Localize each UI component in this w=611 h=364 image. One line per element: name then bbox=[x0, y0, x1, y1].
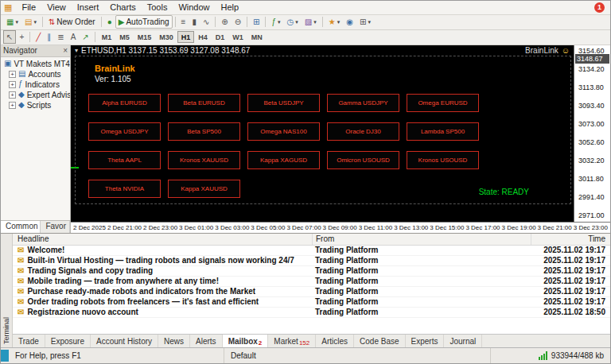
mql-community-button[interactable]: ● bbox=[104, 15, 115, 29]
tile-windows-button[interactable]: ⊞ bbox=[250, 15, 263, 29]
ea-strategy-button[interactable]: Beta SP500 bbox=[168, 122, 240, 141]
ea-strategy-button[interactable]: Theta AAPL bbox=[88, 151, 161, 169]
chevron-down-icon: ▾ bbox=[278, 19, 281, 25]
menu-item[interactable]: Tools bbox=[142, 2, 173, 12]
mail-row[interactable]: ✉ Mobile trading — trade from anywhere a… bbox=[13, 277, 610, 287]
terminal-tab[interactable]: Alerts bbox=[190, 335, 223, 347]
timeframe-button[interactable]: M15 bbox=[134, 31, 156, 43]
timeframe-button[interactable]: M1 bbox=[98, 31, 116, 43]
menu-item[interactable]: File bbox=[16, 2, 41, 12]
tree-item[interactable]: + ƒ Indicators bbox=[1, 79, 70, 90]
zoom-in-button[interactable]: ⊕ bbox=[218, 15, 231, 29]
notifications-button[interactable]: ◉ bbox=[343, 15, 356, 29]
status-profile[interactable]: Default bbox=[224, 348, 491, 363]
expand-plus-icon[interactable]: + bbox=[9, 71, 16, 78]
timeframe-button[interactable]: MN bbox=[247, 31, 267, 43]
ea-strategy-button[interactable]: Lambda SP500 bbox=[407, 122, 479, 141]
terminal-tab-mailbox[interactable]: Mailbox 2 bbox=[223, 335, 269, 347]
ea-strategy-button[interactable]: Omega USDJPY bbox=[88, 122, 161, 141]
channel-tool-button[interactable]: ∥ bbox=[44, 30, 54, 44]
smiley-icon[interactable]: ☺ bbox=[562, 46, 570, 55]
terminal-tab[interactable]: News bbox=[158, 335, 190, 347]
tab-favorites[interactable]: Favor bbox=[41, 221, 70, 233]
column-header-from[interactable]: From bbox=[312, 234, 531, 245]
tree-item[interactable]: + ◆ Scripts bbox=[1, 100, 70, 110]
templates-button[interactable]: ▨ ▾ bbox=[302, 15, 320, 29]
ea-strategy-button[interactable]: Kronos USOUSD bbox=[407, 151, 479, 169]
layouts-button[interactable]: ⊞ ▾ bbox=[356, 15, 374, 29]
notification-badge[interactable]: 1 bbox=[594, 2, 605, 13]
fibonacci-tool-button[interactable]: ≣ bbox=[54, 30, 67, 44]
new-order-button[interactable]: ⇅ New Order bbox=[45, 15, 99, 29]
expand-plus-icon[interactable]: + bbox=[9, 102, 16, 109]
bars-chart-button[interactable]: ≡ bbox=[178, 15, 189, 29]
new-chart-button[interactable]: ▦ ▾ bbox=[3, 15, 21, 29]
autotrading-button[interactable]: ▶ AutoTrading bbox=[115, 15, 173, 29]
periods-button[interactable]: ◷ ▾ bbox=[284, 15, 302, 29]
tree-item[interactable]: + ▤ Accounts bbox=[1, 69, 70, 79]
ea-strategy-button[interactable]: Gamma USDJPY bbox=[327, 94, 399, 112]
terminal-tab[interactable]: Articles bbox=[316, 335, 354, 347]
timeframe-button[interactable]: M5 bbox=[115, 31, 134, 43]
ea-strategy-button[interactable]: Omega EURUSD bbox=[407, 94, 479, 112]
timeframe-button[interactable]: M30 bbox=[155, 31, 177, 43]
arrows-tool-button[interactable]: ↗ bbox=[79, 30, 91, 44]
timeframe-button[interactable]: D1 bbox=[212, 31, 229, 43]
zoom-out-button[interactable]: ⊖ bbox=[232, 15, 244, 29]
ea-strategy-button[interactable]: Kappa XAGUSD bbox=[247, 151, 320, 169]
pointer-tool-button[interactable]: ↖ bbox=[3, 30, 16, 44]
terminal-tab[interactable]: Experts bbox=[406, 335, 445, 347]
column-header-headline[interactable]: Headline bbox=[13, 234, 312, 243]
menu-item[interactable]: Help bbox=[216, 2, 245, 12]
menu-item[interactable]: Window bbox=[173, 2, 215, 12]
terminal-tab-market[interactable]: Market 152 bbox=[268, 335, 316, 347]
tree-item[interactable]: + ◆ Expert Advis bbox=[1, 90, 70, 100]
mail-row[interactable]: ✉ Purchase ready-made robots and indicat… bbox=[13, 287, 610, 297]
crosshair-tool-button[interactable]: + bbox=[16, 30, 27, 44]
mail-row[interactable]: ✉ Welcome! Trading Platform 2025.11.02 1… bbox=[13, 246, 610, 256]
mail-row[interactable]: ✉ Order trading robots from freelancers … bbox=[13, 297, 610, 308]
favorites-button[interactable]: ★ ▾ bbox=[325, 15, 343, 29]
close-icon[interactable]: × bbox=[63, 46, 68, 55]
text-tool-button[interactable]: A bbox=[68, 30, 80, 44]
ea-strategy-button[interactable]: Kappa XAUUSD bbox=[168, 180, 240, 198]
timeframe-button-h1[interactable]: H1 bbox=[177, 31, 195, 43]
ea-strategy-button[interactable]: Oracle DJ30 bbox=[327, 122, 399, 141]
mail-row[interactable]: ✉ Registrazione nuovo account Trading Pl… bbox=[13, 308, 610, 318]
ea-strategy-button[interactable]: Omicron USOUSD bbox=[327, 151, 399, 169]
expand-plus-icon[interactable]: + bbox=[9, 81, 16, 88]
ea-strategy-button[interactable]: Alpha EURUSD bbox=[88, 94, 161, 112]
terminal-tab[interactable]: Trade bbox=[13, 335, 45, 347]
indicators-button[interactable]: ƒ ▾ bbox=[268, 15, 283, 29]
candlestick-chart-button[interactable]: ▮ bbox=[189, 15, 200, 29]
chart-profiles-button[interactable]: ▤ ▾ bbox=[21, 15, 40, 29]
tree-item-account-root[interactable]: ▣ VT Makets MT4 bbox=[1, 59, 70, 69]
menu-item[interactable]: Charts bbox=[104, 2, 141, 12]
mail-row[interactable]: ✉ Built-in Virtual Hosting — trading rob… bbox=[13, 256, 610, 266]
timeframe-button[interactable]: H4 bbox=[194, 31, 212, 43]
current-price-tag: 3148.67 bbox=[575, 54, 609, 64]
ea-strategy-button[interactable]: Beta EURUSD bbox=[168, 94, 240, 112]
navigator-title: Navigator bbox=[3, 46, 37, 55]
line-chart-button[interactable]: ∿ bbox=[200, 15, 212, 29]
terminal-tab[interactable]: Account History bbox=[91, 335, 158, 347]
terminal-tab[interactable]: Exposure bbox=[45, 335, 91, 347]
expand-plus-icon[interactable]: + bbox=[9, 91, 16, 99]
trendline-tool-button[interactable]: ╱ bbox=[33, 30, 44, 44]
terminal-tab[interactable]: Journal bbox=[444, 335, 482, 347]
ea-strategy-button[interactable]: Omega NAS100 bbox=[247, 122, 320, 141]
ea-name-badge: BrainLink ☺ bbox=[525, 46, 570, 55]
chart-area[interactable]: ▾ ETHUSD,H1 3137.15 3153.69 3127.08 3148… bbox=[71, 45, 574, 222]
mail-time: 2025.11.02 19:17 bbox=[531, 266, 610, 275]
ea-strategy-button[interactable]: Kronos XAUUSD bbox=[168, 151, 240, 169]
timeframe-button[interactable]: W1 bbox=[228, 31, 247, 43]
mail-row[interactable]: ✉ Trading Signals and copy trading Tradi… bbox=[13, 266, 610, 277]
tab-common[interactable]: Common bbox=[1, 221, 41, 233]
ea-strategy-button[interactable]: Theta NVIDIA bbox=[88, 180, 161, 198]
mailbox-count-badge: 2 bbox=[259, 339, 262, 347]
menu-item[interactable]: View bbox=[41, 2, 72, 12]
column-header-time[interactable]: Time bbox=[531, 234, 610, 245]
menu-item[interactable]: Insert bbox=[72, 2, 105, 12]
terminal-tab[interactable]: Code Base bbox=[354, 335, 405, 347]
ea-strategy-button[interactable]: Beta USDJPY bbox=[247, 94, 320, 112]
